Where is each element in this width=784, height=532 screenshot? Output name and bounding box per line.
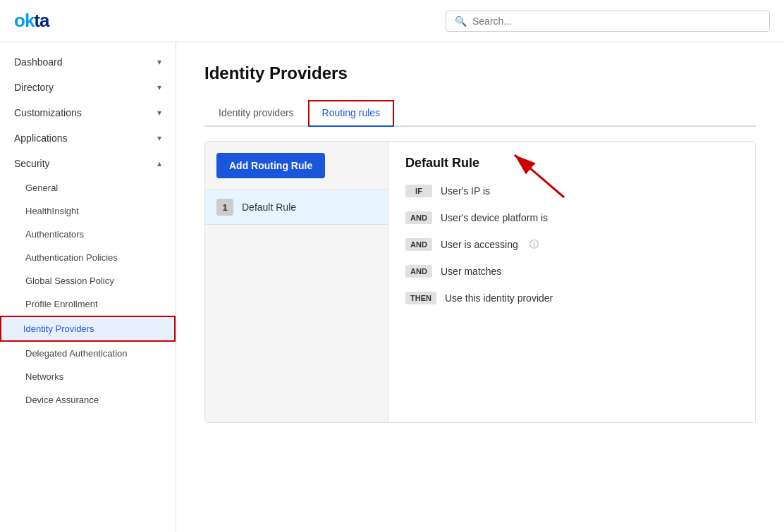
- chevron-up-icon: ▴: [157, 159, 161, 168]
- condition-text-matches: User matches: [441, 266, 501, 277]
- condition-badge-and-3: AND: [405, 265, 432, 278]
- condition-text-ip: User's IP is: [441, 185, 490, 197]
- condition-and-matches-row: AND User matches: [405, 265, 738, 278]
- header: okta 🔍: [0, 0, 784, 42]
- sidebar-item-device-assurance[interactable]: Device Assurance: [0, 388, 176, 412]
- tab-identity-providers[interactable]: Identity providers: [204, 100, 308, 127]
- okta-logo: okta: [14, 10, 49, 32]
- sidebar: Dashboard ▾ Directory ▾ Customizations ▾…: [0, 42, 176, 532]
- main-content: Identity Providers Identity providers Ro…: [176, 42, 784, 532]
- condition-badge-then: THEN: [405, 292, 436, 304]
- condition-and-device-row: AND User's device platform is: [405, 211, 738, 224]
- condition-then-row: THEN Use this identity provider: [405, 292, 738, 304]
- sidebar-item-general[interactable]: General: [0, 176, 176, 199]
- layout: Dashboard ▾ Directory ▾ Customizations ▾…: [0, 42, 784, 532]
- sidebar-item-applications[interactable]: Applications ▾: [0, 125, 176, 151]
- sidebar-item-authentication-policies[interactable]: Authentication Policies: [0, 246, 176, 269]
- rules-toolbar: Add Routing Rule: [205, 142, 388, 190]
- search-input[interactable]: [472, 16, 761, 27]
- rule-item-default[interactable]: 1 Default Rule: [205, 190, 388, 225]
- sidebar-item-customizations[interactable]: Customizations ▾: [0, 100, 176, 125]
- tabs: Identity providers Routing rules: [204, 100, 756, 127]
- condition-and-accessing-row: AND User is accessing ⓘ: [405, 238, 738, 251]
- sidebar-item-profile-enrollment[interactable]: Profile Enrollment: [0, 292, 176, 316]
- tab-routing-rules[interactable]: Routing rules: [308, 100, 395, 127]
- content-area-wrapper: Add Routing Rule 1 Default Rule Default …: [204, 141, 756, 423]
- rule-details-title: Default Rule: [405, 156, 738, 171]
- rule-name: Default Rule: [242, 202, 296, 213]
- sidebar-item-delegated-authentication[interactable]: Delegated Authentication: [0, 342, 176, 365]
- page-title: Identity Providers: [204, 63, 756, 83]
- sidebar-item-healthinsight[interactable]: HealthInsight: [0, 199, 176, 223]
- help-icon[interactable]: ⓘ: [529, 238, 539, 251]
- content-area: Add Routing Rule 1 Default Rule Default …: [204, 141, 756, 423]
- sidebar-item-networks[interactable]: Networks: [0, 365, 176, 388]
- add-routing-rule-button[interactable]: Add Routing Rule: [216, 153, 325, 178]
- search-bar[interactable]: 🔍: [446, 11, 770, 32]
- search-icon: 🔍: [455, 16, 467, 27]
- chevron-down-icon: ▾: [157, 133, 161, 143]
- chevron-down-icon: ▾: [157, 82, 161, 92]
- sidebar-item-authenticators[interactable]: Authenticators: [0, 223, 176, 246]
- sidebar-item-directory[interactable]: Directory ▾: [0, 75, 176, 100]
- condition-text-device: User's device platform is: [441, 212, 548, 223]
- sidebar-item-global-session-policy[interactable]: Global Session Policy: [0, 269, 176, 292]
- condition-text-then: Use this identity provider: [445, 292, 553, 304]
- rules-panel: Add Routing Rule 1 Default Rule: [205, 142, 388, 422]
- condition-text-accessing: User is accessing: [441, 239, 518, 250]
- rule-number: 1: [216, 199, 233, 216]
- condition-badge-and-2: AND: [405, 238, 432, 251]
- condition-badge-and-1: AND: [405, 211, 432, 224]
- rule-details: Default Rule IF User's IP is AND User's …: [388, 142, 755, 422]
- sidebar-item-security[interactable]: Security ▴: [0, 151, 176, 176]
- chevron-down-icon: ▾: [157, 108, 161, 118]
- chevron-down-icon: ▾: [157, 57, 161, 67]
- condition-if-row: IF User's IP is: [405, 185, 738, 197]
- sidebar-item-identity-providers[interactable]: Identity Providers: [0, 316, 176, 342]
- sidebar-item-dashboard[interactable]: Dashboard ▾: [0, 49, 176, 75]
- condition-badge-if: IF: [405, 185, 432, 197]
